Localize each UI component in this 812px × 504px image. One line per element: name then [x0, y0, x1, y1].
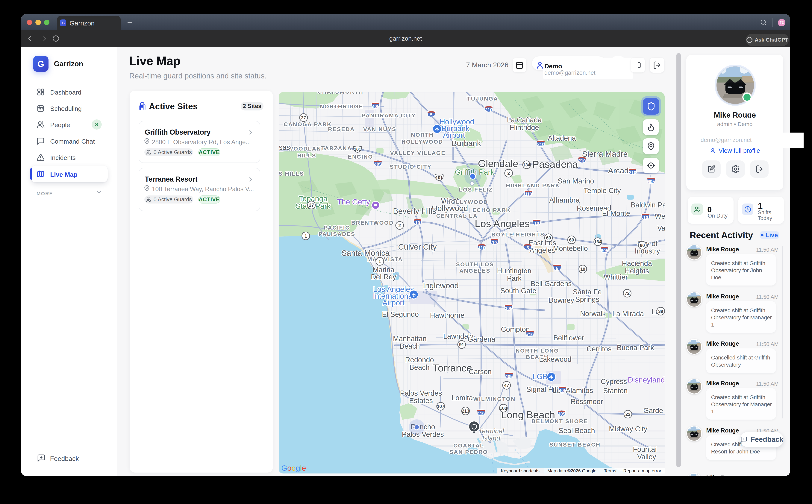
svg-text:VAN NUYS: VAN NUYS: [363, 126, 396, 132]
svg-text:Santa Fe: Santa Fe: [573, 288, 602, 296]
svg-text:405: 405: [505, 374, 513, 379]
svg-text:10: 10: [415, 220, 420, 225]
svg-text:ANGELES: ANGELES: [459, 268, 490, 274]
svg-text:1: 1: [378, 259, 381, 264]
svg-text:60: 60: [546, 235, 551, 240]
svg-text:TARZANA: TARZANA: [321, 145, 352, 151]
svg-text:Flintridge: Flintridge: [510, 124, 539, 131]
svg-text:Lakewood: Lakewood: [539, 355, 571, 363]
svg-text:101: 101: [436, 175, 443, 180]
svg-text:NORTH LONG: NORTH LONG: [516, 347, 559, 354]
svg-text:Vali: Vali: [657, 224, 665, 232]
svg-text:105: 105: [505, 306, 512, 311]
svg-text:WOODLAND: WOODLAND: [288, 145, 326, 152]
svg-text:Baldwin Pa: Baldwin Pa: [631, 201, 665, 209]
svg-text:San Marino: San Marino: [558, 177, 594, 185]
svg-text:AS HILLS: AS HILLS: [279, 171, 304, 177]
svg-text:Terminal: Terminal: [478, 427, 504, 435]
svg-text:SAN PEDRO: SAN PEDRO: [449, 449, 488, 455]
svg-text:TUJUNGA: TUJUNGA: [467, 95, 498, 102]
svg-text:Los Angeles: Los Angeles: [475, 218, 530, 229]
svg-text:72: 72: [625, 291, 630, 296]
svg-text:Island: Island: [482, 434, 500, 442]
svg-text:Angeles: Angeles: [529, 246, 555, 254]
svg-text:Hollywood: Hollywood: [432, 204, 468, 213]
svg-text:134: 134: [523, 162, 531, 167]
svg-text:ECHO PARK: ECHO PARK: [472, 207, 511, 213]
svg-text:SUNSET BEACH: SUNSET BEACH: [549, 441, 601, 448]
svg-text:Disneyland P: Disneyland P: [628, 376, 665, 384]
svg-text:HOLLYWOOD: HOLLYWOOD: [446, 199, 488, 205]
svg-text:164: 164: [594, 239, 602, 244]
svg-text:South Gate: South Gate: [500, 287, 536, 295]
svg-text:basas: basas: [279, 143, 290, 151]
svg-text:Seal Beach: Seal Beach: [559, 427, 595, 435]
svg-text:Sierra Madre: Sierra Madre: [582, 150, 628, 158]
svg-text:Bellflower: Bellflower: [553, 334, 584, 342]
svg-text:SOUTH LOS: SOUTH LOS: [456, 261, 494, 267]
svg-text:Estates: Estates: [409, 397, 433, 405]
svg-text:210: 210: [537, 142, 544, 147]
svg-text:Pasadena: Pasadena: [532, 159, 578, 170]
svg-text:Altadena: Altadena: [548, 134, 576, 142]
svg-text:405: 405: [374, 162, 382, 167]
svg-text:Industry: Industry: [635, 247, 660, 255]
svg-text:Norwalk: Norwalk: [580, 310, 606, 318]
svg-text:Midway City: Midway City: [609, 425, 647, 433]
svg-text:605: 605: [648, 179, 655, 184]
svg-text:60: 60: [640, 243, 645, 248]
svg-text:405: 405: [559, 388, 566, 393]
svg-text:Hacienda: Hacienda: [622, 259, 652, 267]
svg-text:2: 2: [398, 223, 401, 228]
svg-text:Downey: Downey: [548, 296, 574, 304]
svg-text:Cypress: Cypress: [601, 378, 627, 385]
svg-text:Inglewood: Inglewood: [423, 281, 459, 290]
svg-text:Beach: Beach: [400, 342, 420, 350]
svg-text:1: 1: [305, 233, 307, 239]
svg-text:10: 10: [534, 221, 539, 226]
svg-text:ENCINO: ENCINO: [348, 154, 373, 160]
svg-text:El Segundo: El Segundo: [382, 310, 419, 318]
svg-text:110: 110: [478, 411, 484, 416]
svg-text:The Getty: The Getty: [337, 198, 370, 206]
svg-text:Lomita: Lomita: [452, 394, 473, 402]
svg-text:Stanton: Stanton: [603, 387, 628, 395]
svg-text:West: West: [655, 212, 665, 220]
svg-text:101: 101: [354, 147, 361, 152]
svg-text:LOS FELIZ: LOS FELIZ: [459, 186, 493, 193]
svg-text:Airport: Airport: [443, 131, 465, 139]
svg-text:NORTHRIDGE: NORTHRIDGE: [320, 103, 363, 110]
svg-text:NORTH: NORTH: [411, 132, 434, 138]
svg-text:Alhambra: Alhambra: [549, 196, 580, 204]
svg-text:710: 710: [526, 332, 534, 337]
svg-text:Buena Park: Buena Park: [617, 344, 654, 352]
svg-text:Marina: Marina: [373, 266, 395, 274]
svg-text:HIGHLAND PARK: HIGHLAND PARK: [506, 182, 560, 189]
svg-text:5: 5: [556, 266, 558, 271]
svg-text:Bell Gardens: Bell Gardens: [531, 280, 572, 288]
svg-text:Hawthorne: Hawthorne: [430, 311, 464, 319]
svg-text:STUDIO CITY: STUDIO CITY: [390, 164, 431, 170]
svg-text:Springs: Springs: [575, 295, 599, 303]
svg-text:Montebello: Montebello: [553, 245, 588, 252]
svg-text:La Cañada: La Cañada: [507, 116, 542, 124]
svg-text:5: 5: [430, 113, 433, 117]
svg-text:47: 47: [504, 383, 509, 388]
svg-text:COASTAL: COASTAL: [453, 442, 484, 449]
svg-text:BOYLE HEIGHTS: BOYLE HEIGHTS: [491, 231, 545, 238]
svg-text:Airport: Airport: [382, 299, 405, 307]
svg-text:Temple City: Temple City: [584, 187, 621, 195]
svg-text:VALLEY VILLAGE: VALLEY VILLAGE: [390, 150, 446, 156]
svg-text:405: 405: [372, 104, 379, 109]
svg-text:110: 110: [478, 245, 485, 250]
svg-text:BRENTWOOD: BRENTWOOD: [351, 220, 394, 226]
svg-text:Whittier: Whittier: [604, 273, 628, 281]
svg-text:Rossmoor: Rossmoor: [570, 398, 603, 406]
svg-text:Fountai: Fountai: [633, 445, 657, 453]
svg-text:39: 39: [658, 309, 663, 314]
svg-text:19: 19: [580, 267, 585, 272]
svg-text:210: 210: [578, 158, 586, 163]
svg-text:Cerritos: Cerritos: [587, 345, 611, 353]
svg-text:Park: Park: [507, 274, 522, 282]
svg-text:PALISADES: PALISADES: [319, 231, 355, 237]
